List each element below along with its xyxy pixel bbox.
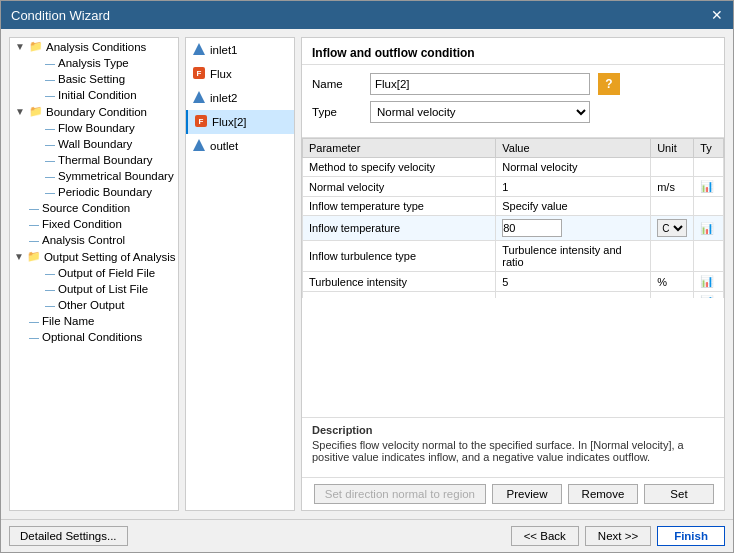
value-cell: 100 [496,292,651,299]
value-input[interactable] [502,219,562,237]
table-row[interactable]: Ratio (eddy viscosity/mol...100-📊 [303,292,724,299]
tree-item-source-condition[interactable]: —Source Condition [10,200,178,216]
type-cell[interactable]: 📊 [694,292,724,299]
tree-icon-output-field: — [45,268,55,279]
param-cell: Normal velocity [303,177,496,197]
tree-item-output-setting[interactable]: ▼📁Output Setting of Analysis Data [10,248,178,265]
col-header-unit: Unit [651,139,694,158]
tree-label-thermal-boundary: Thermal Boundary [58,154,153,166]
boundary-item-outlet[interactable]: outlet [186,134,294,158]
help-button[interactable]: ? [598,73,620,95]
tree-icon-analysis-control: — [29,235,39,246]
table-row[interactable]: Inflow temperatureC📊 [303,216,724,241]
item-label-inlet1: inlet1 [210,44,238,56]
type-cell[interactable]: 📊 [694,216,724,241]
table-row[interactable]: Method to specify velocityNormal velocit… [303,158,724,177]
param-cell: Method to specify velocity [303,158,496,177]
set-button[interactable]: Set [644,484,714,504]
parameter-table: ParameterValueUnitTyMethod to specify ve… [302,137,724,417]
boundary-item-inlet2[interactable]: inlet2 [186,86,294,110]
item-label-inlet2: inlet2 [210,92,238,104]
type-cell[interactable]: 📊 [694,177,724,197]
boundary-item-inlet1[interactable]: inlet1 [186,38,294,62]
boundary-item-flux2[interactable]: FFlux[2] [186,110,294,134]
tree-item-flow-boundary[interactable]: —Flow Boundary [10,120,178,136]
item-label-outlet: outlet [210,140,238,152]
tree-label-basic-setting: Basic Setting [58,73,125,85]
svg-marker-0 [193,43,205,55]
param-cell: Inflow turbulence type [303,241,496,272]
svg-text:F: F [197,69,202,78]
tree-icon-other-output: — [45,300,55,311]
tree-label-file-name: File Name [42,315,94,327]
unit-cell [651,158,694,177]
tree-item-wall-boundary[interactable]: —Wall Boundary [10,136,178,152]
tree-icon-basic-setting: — [45,74,55,85]
value-cell: Normal velocity [496,158,651,177]
table-row[interactable]: Inflow temperature typeSpecify value [303,197,724,216]
item-label-flux: Flux [210,68,232,80]
description-area: Description Specifies flow velocity norm… [302,417,724,477]
value-cell[interactable] [496,216,651,241]
tree-label-symmetrical-boundary: Symmetrical Boundary [58,170,174,182]
tree-item-boundary-condition[interactable]: ▼📁Boundary Condition [10,103,178,120]
navigation-buttons: << Back Next >> Finish [511,526,725,546]
back-button[interactable]: << Back [511,526,579,546]
tree-item-analysis-control[interactable]: —Analysis Control [10,232,178,248]
window-title: Condition Wizard [11,8,110,23]
tree-item-file-name[interactable]: —File Name [10,313,178,329]
tree-icon-analysis-type: — [45,58,55,69]
boundary-item-flux[interactable]: FFlux [186,62,294,86]
param-cell: Inflow temperature type [303,197,496,216]
tree-item-basic-setting[interactable]: —Basic Setting [10,71,178,87]
unit-cell: % [651,272,694,292]
tree-icon-file-name: — [29,316,39,327]
table-row[interactable]: Normal velocity1m/s📊 [303,177,724,197]
type-cell [694,197,724,216]
tree-item-output-field[interactable]: —Output of Field File [10,265,178,281]
tree-item-initial-condition[interactable]: —Initial Condition [10,87,178,103]
params-table: ParameterValueUnitTyMethod to specify ve… [302,138,724,298]
table-scroll[interactable]: ParameterValueUnitTyMethod to specify ve… [302,138,724,298]
set-direction-button[interactable]: Set direction normal to region [314,484,486,504]
type-cell [694,158,724,177]
unit-cell: C [651,216,694,241]
close-button[interactable]: ✕ [711,7,723,23]
next-button[interactable]: Next >> [585,526,651,546]
value-cell: 5 [496,272,651,292]
col-header-ty: Ty [694,139,724,158]
unit-select[interactable]: C [657,219,687,237]
tree-item-optional-conditions[interactable]: —Optional Conditions [10,329,178,345]
condition-panel: Inflow and outflow condition Name ? Type… [301,37,725,511]
tree-item-other-output[interactable]: —Other Output [10,297,178,313]
tree-item-periodic-boundary[interactable]: —Periodic Boundary [10,184,178,200]
tree-item-output-list[interactable]: —Output of List File [10,281,178,297]
finish-button[interactable]: Finish [657,526,725,546]
tree-item-fixed-condition[interactable]: —Fixed Condition [10,216,178,232]
tree-item-analysis-conditions[interactable]: ▼📁Analysis Conditions [10,38,178,55]
svg-text:F: F [199,117,204,126]
tree-item-thermal-boundary[interactable]: —Thermal Boundary [10,152,178,168]
table-row[interactable]: Inflow turbulence typeTurbulence intensi… [303,241,724,272]
tree-item-analysis-type[interactable]: —Analysis Type [10,55,178,71]
tree-label-initial-condition: Initial Condition [58,89,137,101]
item-icon-outlet [192,138,206,154]
description-text: Specifies flow velocity normal to the sp… [312,439,714,463]
type-select[interactable]: Normal velocityUniform velocityParabolic… [370,101,590,123]
name-input[interactable] [370,73,590,95]
value-cell: Specify value [496,197,651,216]
tree-label-analysis-conditions: Analysis Conditions [46,41,146,53]
type-label: Type [312,106,362,118]
tree-item-symmetrical-boundary[interactable]: —Symmetrical Boundary [10,168,178,184]
name-row: Name ? [312,73,714,95]
type-cell[interactable]: 📊 [694,272,724,292]
condition-wizard-window: Condition Wizard ✕ ▼📁Analysis Conditions… [0,0,734,553]
preview-button[interactable]: Preview [492,484,562,504]
boundary-items-panel: inlet1FFluxinlet2FFlux[2]outlet [185,37,295,511]
detailed-settings-button[interactable]: Detailed Settings... [9,526,128,546]
tree-label-output-setting: Output Setting of Analysis Data [44,251,179,263]
name-label: Name [312,78,362,90]
remove-button[interactable]: Remove [568,484,638,504]
table-row[interactable]: Turbulence intensity5%📊 [303,272,724,292]
tree-label-other-output: Other Output [58,299,124,311]
